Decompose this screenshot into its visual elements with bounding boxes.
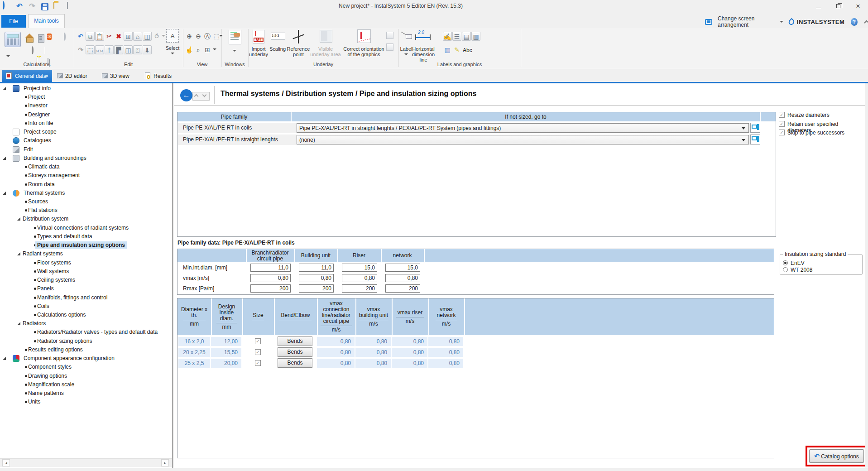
table-icon[interactable]: ▦ (443, 45, 452, 54)
tab-results[interactable]: Results (142, 70, 174, 82)
zoom-in-icon[interactable]: ⊕ (185, 32, 194, 41)
pipe-target-dropdown[interactable]: Pipe PE-X/AL/PE-RT in straight lenghts /… (297, 123, 749, 133)
radio-button[interactable] (783, 260, 788, 265)
edit-undo-icon[interactable]: ↶ (76, 32, 85, 41)
tree-item[interactable]: Flat stations (0, 206, 172, 215)
value-input[interactable]: 0,80 (342, 274, 377, 282)
change-screen-arrangement[interactable]: Change screen arrangement (718, 15, 777, 28)
option-row[interactable]: ✓Skip to pipe successors (779, 129, 863, 136)
value-input[interactable]: 200 (250, 284, 291, 293)
measure-icon[interactable]: ⌹ (133, 45, 142, 54)
zoom-selection-icon[interactable]: ⌕ (194, 45, 203, 54)
tree-item[interactable]: Distribution system (0, 215, 172, 223)
cut-icon[interactable]: ✂ (105, 32, 114, 41)
label-icon[interactable] (401, 32, 412, 40)
tree-item[interactable]: Component styles (0, 363, 172, 371)
tree-item[interactable]: Radiators (0, 319, 172, 328)
app-logo-icon[interactable] (3, 2, 11, 10)
select-label[interactable]: Select (161, 45, 184, 51)
tree-item[interactable]: Magnification scale (0, 380, 172, 389)
graphic-tool-2-icon[interactable]: ☰ (452, 32, 461, 41)
underlay-tool-2-icon[interactable] (386, 43, 393, 51)
expanded-node-icon[interactable] (3, 192, 6, 195)
calculations-more-icon[interactable] (6, 55, 10, 57)
tree-item[interactable]: Pipe and insulation sizing options (0, 241, 172, 250)
radio-row[interactable]: EnEV (783, 260, 860, 266)
zoom-out-icon[interactable]: ⊖ (194, 32, 203, 41)
edit-tool-1-icon[interactable]: ⬚ (86, 45, 95, 54)
tree-item[interactable]: Project (0, 93, 172, 101)
tree-item[interactable]: Radiators/Radiator valves - types and de… (0, 328, 172, 336)
main-tools-tab[interactable]: Main tools (28, 14, 65, 28)
tree-item[interactable]: Component appearance configuration (0, 354, 172, 363)
tree-item[interactable]: Radiator sizing options (0, 337, 172, 346)
edit-redo-icon[interactable]: ↷ (76, 45, 85, 54)
tab-2d-editor[interactable]: 2D editor (54, 70, 88, 82)
abc-icon[interactable]: Abc (463, 47, 472, 53)
bends-button[interactable]: Bends (278, 336, 312, 346)
paste-icon[interactable]: 📋 (95, 32, 104, 41)
tree-item[interactable]: Investor (0, 101, 172, 110)
reference-point-icon[interactable] (293, 30, 304, 43)
file-tab[interactable]: File (1, 15, 26, 28)
highlight-icon[interactable]: ✎ (452, 45, 461, 54)
tree-item[interactable]: Designer (0, 111, 172, 119)
edit-nodes-icon[interactable]: ⊞ (124, 32, 133, 41)
correct-orientation-button[interactable]: Correct orientation of the graphics (342, 46, 386, 57)
tree-item[interactable]: Manifolds, fittings and control (0, 293, 172, 302)
checkbox[interactable]: ✓ (779, 121, 785, 127)
tree-item[interactable]: Wall systems (0, 267, 172, 276)
expanded-node-icon[interactable] (3, 357, 6, 360)
option-row[interactable]: ✓Retain user specified diameters (779, 120, 863, 128)
copy-icon[interactable]: ⧉ (86, 32, 95, 41)
tree-item[interactable]: Project info (0, 84, 172, 93)
graphic-tool-1-icon[interactable]: ✍ (443, 32, 452, 41)
page-up-icon[interactable] (194, 94, 199, 99)
rotate-icon[interactable]: ⥀ (152, 32, 161, 41)
tree-item[interactable]: Info on file (0, 119, 172, 128)
water-icon[interactable] (64, 34, 66, 40)
tree-item[interactable]: Results editing options (0, 346, 172, 354)
value-input[interactable]: 15,0 (385, 264, 420, 272)
bends-button[interactable]: Bends (278, 358, 312, 368)
tree-item[interactable]: Drawing options (0, 372, 172, 380)
data-sheet-icon[interactable] (48, 58, 48, 65)
screen-arrangement-icon[interactable] (705, 19, 712, 25)
scaling-icon[interactable]: 1·2·3 (271, 33, 285, 40)
checkbox[interactable]: ✓ (779, 112, 785, 118)
dropdown-arrow-icon[interactable] (742, 127, 745, 130)
tree-item[interactable]: Sources (0, 197, 172, 206)
tree-item[interactable]: Climatic data (0, 163, 172, 171)
value-input[interactable]: 15,0 (342, 264, 377, 272)
radio-row[interactable]: WT 2008 (783, 267, 860, 273)
tree-item[interactable]: Room data (0, 180, 172, 189)
tree-item[interactable]: Virtual connections of radiant systems (0, 224, 172, 232)
align-icon[interactable]: ◫ (124, 45, 133, 54)
size-checkbox[interactable]: ✓ (255, 360, 261, 366)
tree-item[interactable]: Ceiling systems (0, 276, 172, 284)
tree-item[interactable]: Storeys management (0, 171, 172, 180)
option-row[interactable]: ✓Resize diameters (779, 111, 863, 119)
tree-item[interactable]: Catalogues (0, 136, 172, 145)
value-input[interactable]: 0,80 (385, 274, 420, 282)
edit-tool-2-icon[interactable]: ⧟ (95, 45, 104, 54)
open-catalog-icon-button[interactable] (750, 123, 760, 133)
tab-general-data[interactable]: General data × (2, 70, 52, 82)
save-icon[interactable] (41, 2, 49, 10)
raise-icon[interactable]: ⌂ (133, 32, 142, 41)
import-underlay-icon[interactable]: BASE (253, 30, 264, 43)
expanded-node-icon[interactable] (17, 217, 20, 221)
flow-icon[interactable]: ⬇ (143, 45, 152, 54)
bends-button[interactable]: Bends (278, 347, 312, 357)
tree-item[interactable]: Calculations options (0, 311, 172, 319)
correct-orientation-icon[interactable] (357, 29, 371, 43)
meter-icon[interactable] (32, 47, 34, 53)
catalog-options-button[interactable]: ↶ Catalog options (809, 449, 864, 463)
delete-icon[interactable]: ✖ (114, 32, 123, 41)
tree-item[interactable]: Thermal systems (0, 189, 172, 197)
expanded-node-icon[interactable] (17, 322, 20, 325)
reference-point-button[interactable]: Reference point (284, 46, 313, 57)
storey-icon[interactable]: ▛ (114, 45, 123, 54)
dropdown-arrow-icon[interactable] (742, 139, 745, 141)
visible-underlay-area-button[interactable]: Visible underlay area (309, 46, 342, 57)
